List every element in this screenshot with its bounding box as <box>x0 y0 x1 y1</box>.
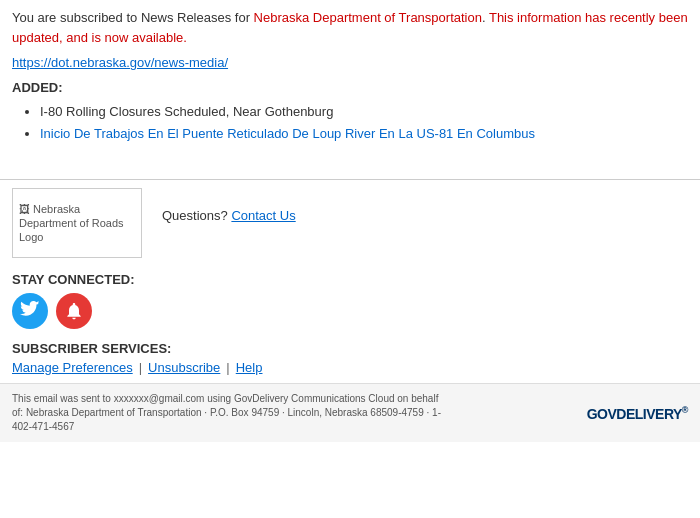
intro-before: You are subscribed to News Releases for <box>12 10 254 25</box>
unsubscribe-link[interactable]: Unsubscribe <box>148 360 220 375</box>
list-item: I-80 Rolling Closures Scheduled, Near Go… <box>40 101 688 123</box>
govdelivery-label: GOVDELIVERY® <box>587 406 688 422</box>
logo-box: Nebraska Department of Roads Logo <box>12 188 142 258</box>
intro-text: You are subscribed to News Releases for … <box>12 8 688 47</box>
separator-1: | <box>139 360 142 375</box>
govdelivery-logo: GOVDELIVERY® <box>587 405 688 422</box>
added-list: I-80 Rolling Closures Scheduled, Near Go… <box>40 101 688 145</box>
subscriber-links: Manage Preferences | Unsubscribe | Help <box>12 360 688 375</box>
notification-button[interactable] <box>56 293 92 329</box>
stay-connected: STAY CONNECTED: <box>12 272 688 329</box>
notification-icon <box>64 301 84 321</box>
social-icons <box>12 293 688 329</box>
questions-label: Questions? <box>162 208 228 223</box>
logo-image: Nebraska Department of Roads Logo <box>19 202 135 245</box>
org-name: Nebraska Department of Transportation <box>254 10 482 25</box>
news-media-link[interactable]: https://dot.nebraska.gov/news-media/ <box>12 55 228 70</box>
list-item: Inicio De Trabajos En El Puente Reticula… <box>40 123 688 145</box>
separator-2: | <box>226 360 229 375</box>
registered-mark: ® <box>682 405 688 415</box>
help-link[interactable]: Help <box>236 360 263 375</box>
footer-bottom-text: This email was sent to xxxxxxx@gmail.com… <box>12 392 442 434</box>
stay-connected-label: STAY CONNECTED: <box>12 272 688 287</box>
twitter-icon <box>20 301 40 321</box>
intro-period: . <box>482 10 489 25</box>
added-label: ADDED: <box>12 80 688 95</box>
manage-preferences-link[interactable]: Manage Preferences <box>12 360 133 375</box>
footer-bottom: This email was sent to xxxxxxx@gmail.com… <box>0 383 700 442</box>
questions-area: Questions? Contact Us <box>162 188 296 223</box>
twitter-button[interactable] <box>12 293 48 329</box>
subscriber-services-label: SUBSCRIBER SERVICES: <box>12 341 688 356</box>
contact-us-link[interactable]: Contact Us <box>231 208 295 223</box>
